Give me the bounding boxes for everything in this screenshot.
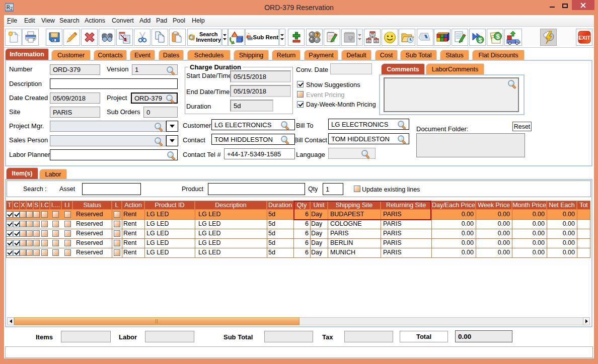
svg-text:EXIT: EXIT [578,35,590,41]
svg-text:$: $ [496,33,500,40]
svg-text:$: $ [478,37,482,44]
svg-text:?: ? [315,32,318,38]
